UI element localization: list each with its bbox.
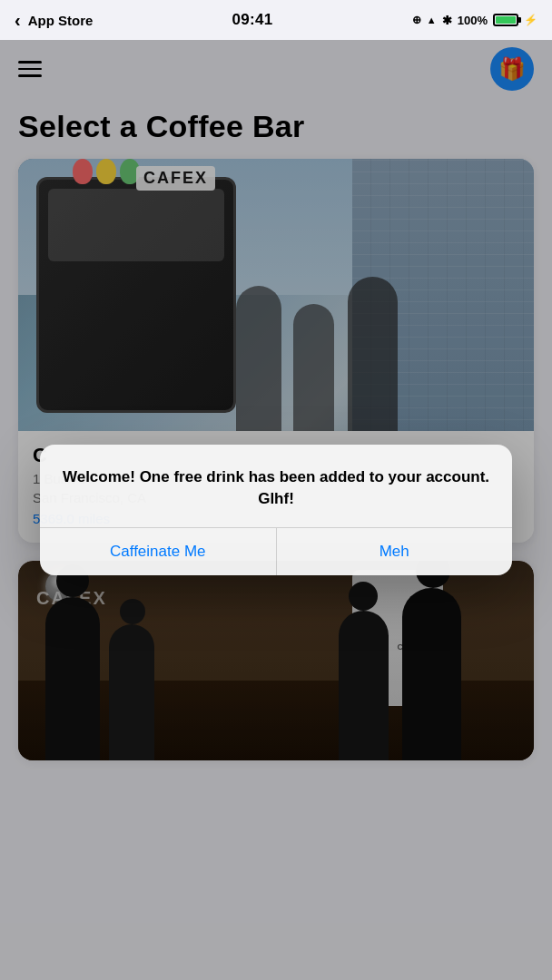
dialog-actions: Caffeinate Me Meh: [40, 527, 512, 575]
dialog-overlay: Welcome! One free drink has been added t…: [0, 40, 552, 980]
location-icon: ⊕: [412, 14, 421, 26]
status-left: ‹ App Store: [15, 10, 93, 31]
status-right: ⊕ ▲ ✱ 100% ⚡: [412, 14, 537, 27]
charging-icon: ⚡: [524, 14, 537, 26]
meh-button[interactable]: Meh: [277, 528, 513, 575]
back-arrow-icon: ‹: [15, 10, 21, 31]
status-bar: ‹ App Store 09:41 ⊕ ▲ ✱ 100% ⚡: [0, 0, 552, 40]
status-time: 09:41: [232, 11, 273, 29]
bluetooth-icon: ✱: [442, 14, 452, 27]
battery-indicator: [493, 14, 518, 26]
battery-percent: 100%: [458, 14, 488, 27]
dialog-body: Welcome! One free drink has been added t…: [40, 445, 512, 528]
gps-icon: ▲: [427, 15, 437, 25]
welcome-dialog: Welcome! One free drink has been added t…: [40, 445, 512, 576]
dialog-message: Welcome! One free drink has been added t…: [62, 466, 490, 510]
carrier-label: App Store: [28, 13, 94, 28]
caffeinate-me-button[interactable]: Caffeinate Me: [40, 528, 277, 575]
